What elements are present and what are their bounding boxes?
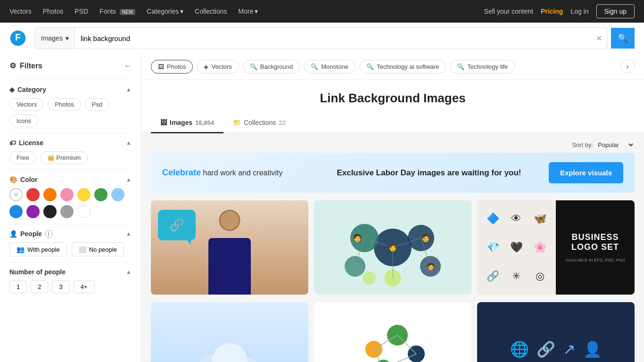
- image-grid-row1: 🔗: [141, 200, 644, 302]
- license-section-header[interactable]: 🏷 License ▲: [9, 133, 132, 151]
- chip-background[interactable]: 🔍 Background: [243, 60, 300, 74]
- image-card-2[interactable]: 🧑 🧑 🧑 🧑: [314, 200, 471, 295]
- cloud-svg: [182, 321, 277, 362]
- nav-categories[interactable]: Categories ▾: [147, 8, 183, 15]
- color-yellow-swatch[interactable]: [77, 188, 91, 201]
- color-blue-swatch[interactable]: [9, 205, 23, 218]
- link-bubble: 🔗: [158, 210, 196, 240]
- chevron-up-icon: ▲: [126, 176, 132, 183]
- person-icon: 👤: [583, 340, 602, 358]
- chevron-down-icon: ▾: [255, 8, 258, 15]
- color-icon: 🎨: [9, 176, 17, 183]
- promo-banner: Celebrate hard work and creativity Exclu…: [151, 153, 635, 193]
- color-gray-swatch[interactable]: [60, 205, 74, 218]
- chip-monotone[interactable]: 🔍 Monotone: [304, 60, 355, 74]
- color-section-header[interactable]: 🎨 Color ▲: [9, 170, 132, 188]
- image-grid-row2: 🌐 🔗 ↗ 👤: [141, 302, 644, 362]
- results-tabs: 🖼 Images 16,854 📁 Collections 22: [141, 113, 644, 133]
- collapse-sidebar-button[interactable]: ←: [124, 62, 132, 70]
- sidebar-header: ⚙ Filters ←: [9, 61, 132, 70]
- chevron-up-icon: ▲: [126, 269, 132, 275]
- svg-point-26: [375, 360, 392, 362]
- dots-svg: [336, 307, 449, 362]
- pricing-link[interactable]: Pricing: [541, 8, 563, 15]
- nav-fonts[interactable]: Fonts NEW: [99, 8, 135, 15]
- category-icon: ◈: [9, 86, 15, 93]
- nav-photos[interactable]: Photos: [43, 8, 64, 15]
- chevron-up-icon: ▲: [126, 140, 132, 146]
- svg-text:F: F: [15, 32, 21, 42]
- chevron-up-icon: ▲: [126, 230, 132, 237]
- people-section-header[interactable]: 👤 People i ▲: [9, 224, 132, 242]
- photo-chip-icon: 🖼: [158, 63, 164, 70]
- chip-tech-ai[interactable]: 🔍 Technology ai software: [359, 60, 446, 74]
- network-svg: 🧑 🧑 🧑 🧑: [331, 205, 454, 290]
- image-card-7[interactable]: 🌐 🔗 ↗ 👤: [477, 302, 635, 362]
- search-input[interactable]: [75, 28, 591, 49]
- color-red-swatch[interactable]: [26, 188, 40, 201]
- people-toggle: 👥 With people ⬜ No people: [9, 242, 132, 256]
- img-placeholder-1: 🔗: [151, 200, 308, 295]
- no-people-button[interactable]: ⬜ No people: [72, 242, 124, 256]
- color-orange-swatch[interactable]: [43, 188, 57, 201]
- category-icons-btn[interactable]: Icons: [9, 115, 38, 127]
- link-icon: 🔗: [537, 340, 555, 358]
- tab-images[interactable]: 🖼 Images 16,854: [151, 113, 223, 133]
- num-1-button[interactable]: 1: [9, 280, 27, 293]
- filter-chips: 🖼 Photos ◈ Vectors 🔍 Background 🔍 Monoto…: [141, 54, 644, 80]
- promo-celebrate: Celebrate: [162, 168, 201, 177]
- nav-vectors[interactable]: Vectors: [9, 8, 32, 15]
- color-black-swatch[interactable]: [43, 205, 57, 218]
- nav-more[interactable]: More ▾: [239, 8, 258, 15]
- chip-tech-life[interactable]: 🔍 Technology life: [450, 60, 515, 74]
- license-free-btn[interactable]: Free: [9, 151, 36, 164]
- image-card-34[interactable]: 🔷 👁 🦋 💎 🖤 🌸 🔗 ✳ ◎ BUSINESSLOGO SET AVAIL…: [477, 200, 635, 295]
- num-3-button[interactable]: 3: [52, 280, 69, 293]
- with-people-button[interactable]: 👥 With people: [9, 242, 67, 256]
- color-swatches: ✕: [9, 188, 132, 218]
- sidebar-title-label: Filters: [20, 62, 42, 70]
- search-chip-icon4: 🔍: [457, 63, 464, 70]
- category-photos-btn[interactable]: Photos: [48, 98, 81, 111]
- explore-visuals-button[interactable]: Explore visuals: [549, 162, 623, 183]
- search-box: Images ▾ ✕: [35, 27, 607, 49]
- search-button[interactable]: 🔍: [611, 28, 635, 49]
- clear-search-button[interactable]: ✕: [591, 28, 607, 49]
- color-white-swatch[interactable]: [77, 205, 91, 218]
- category-vectors-btn[interactable]: Vectors: [9, 98, 44, 111]
- globe-icon: 🌐: [510, 340, 529, 358]
- color-pink-swatch[interactable]: [60, 188, 74, 201]
- color-purple-swatch[interactable]: [26, 205, 40, 218]
- num-people-section-header[interactable]: Number of people ▲: [9, 262, 132, 280]
- image-card-1[interactable]: 🔗: [151, 200, 308, 295]
- top-navigation: Vectors Photos PSD Fonts NEW Categories …: [0, 0, 644, 23]
- signup-button[interactable]: Sign up: [596, 4, 635, 18]
- search-type-dropdown[interactable]: Images ▾: [35, 28, 75, 49]
- premium-icon: 👑: [47, 154, 55, 161]
- color-none-swatch[interactable]: ✕: [9, 188, 23, 201]
- num-4plus-button[interactable]: 4+: [74, 280, 95, 293]
- color-lightblue-swatch[interactable]: [111, 188, 124, 201]
- sort-select[interactable]: Popular Recent Relevance: [596, 141, 635, 149]
- num-2-button[interactable]: 2: [31, 280, 48, 293]
- logo[interactable]: F: [9, 30, 26, 47]
- sell-content-link[interactable]: Sell your content: [484, 8, 533, 15]
- category-title: ◈ Category: [9, 86, 46, 93]
- nav-collections[interactable]: Collections: [195, 8, 227, 15]
- category-tags: Vectors Photos Psd Icons: [9, 98, 132, 127]
- category-section-header[interactable]: ◈ Category ▲: [9, 80, 132, 98]
- login-link[interactable]: Log in: [570, 8, 588, 15]
- category-psd-btn[interactable]: Psd: [85, 98, 109, 111]
- color-green-swatch[interactable]: [94, 188, 107, 201]
- image-card-6[interactable]: [314, 302, 471, 362]
- chips-next-button[interactable]: ›: [620, 59, 635, 74]
- people-info-icon[interactable]: i: [45, 230, 52, 238]
- license-tags: Free 👑 Premium: [9, 151, 132, 164]
- nav-psd[interactable]: PSD: [74, 8, 88, 15]
- img-placeholder-2: 🧑 🧑 🧑 🧑: [314, 200, 471, 295]
- image-card-5[interactable]: [151, 302, 308, 362]
- chip-vectors[interactable]: ◈ Vectors: [197, 60, 239, 74]
- tab-collections[interactable]: 📁 Collections 22: [223, 113, 295, 133]
- chip-photos[interactable]: 🖼 Photos: [151, 60, 193, 74]
- license-premium-btn[interactable]: 👑 Premium: [40, 151, 88, 164]
